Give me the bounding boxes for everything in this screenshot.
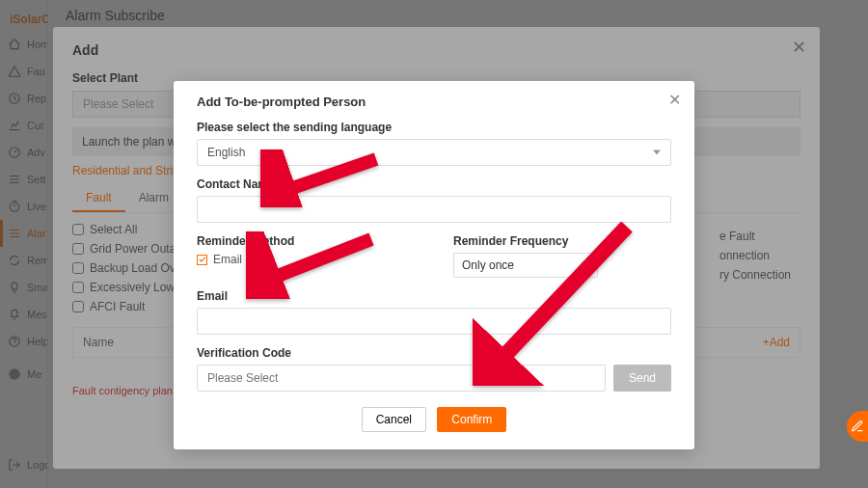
- email-label: Email: [197, 289, 671, 303]
- close-icon[interactable]: ✕: [668, 91, 681, 109]
- contact-name-label: Contact Name: [197, 177, 671, 191]
- language-select[interactable]: English: [197, 139, 671, 166]
- language-label: Please select the sending language: [197, 121, 671, 134]
- reminder-freq-label: Reminder Frequency: [453, 234, 671, 248]
- verification-code-label: Verification Code: [197, 346, 671, 360]
- person-modal-title: Add To-be-prompted Person: [197, 95, 671, 109]
- contact-name-input[interactable]: [197, 196, 671, 223]
- reminder-freq-select[interactable]: Only once: [453, 253, 598, 278]
- add-person-modal: ✕ Add To-be-prompted Person Please selec…: [174, 81, 694, 449]
- confirm-button[interactable]: Confirm: [437, 407, 506, 432]
- method-email-checkbox[interactable]: Email: [197, 253, 415, 266]
- verification-code-input[interactable]: [197, 365, 606, 392]
- send-code-button[interactable]: Send: [613, 365, 671, 392]
- cancel-button[interactable]: Cancel: [362, 407, 426, 432]
- reminder-method-label: Reminder Method: [197, 234, 415, 248]
- email-input[interactable]: [197, 308, 671, 335]
